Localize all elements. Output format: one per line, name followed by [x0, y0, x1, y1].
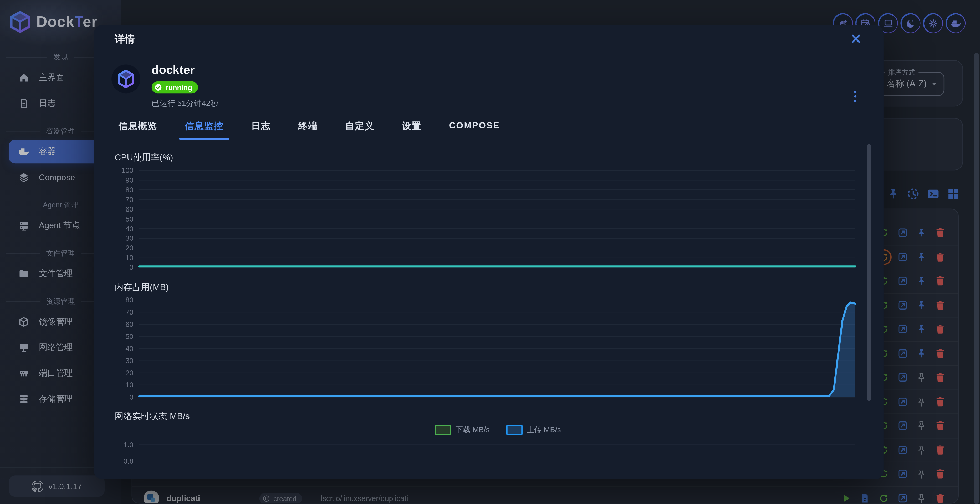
legend-swatch: [506, 425, 522, 436]
memory-chart-title: 内存占用(MB): [115, 282, 169, 293]
svg-text:70: 70: [126, 196, 133, 204]
kebab-menu-icon[interactable]: [850, 90, 861, 103]
svg-text:100: 100: [121, 166, 134, 175]
svg-text:80: 80: [126, 296, 133, 304]
network-chart-title: 网络实时状态 MB/s: [115, 411, 190, 422]
legend-swatch: [435, 425, 451, 436]
svg-text:40: 40: [126, 225, 133, 233]
modal-title: 详情: [115, 33, 135, 46]
tab-自定义[interactable]: 自定义: [340, 116, 380, 140]
svg-text:50: 50: [126, 332, 133, 340]
network-chart: 1.00.8: [111, 437, 861, 479]
svg-text:10: 10: [126, 381, 133, 389]
svg-text:1.0: 1.0: [124, 441, 134, 449]
svg-text:20: 20: [126, 369, 133, 377]
svg-text:0: 0: [129, 263, 133, 272]
close-icon[interactable]: [850, 33, 862, 45]
svg-text:30: 30: [126, 356, 133, 365]
cpu-chart: 1009080706050403020100: [111, 163, 861, 277]
tab-日志[interactable]: 日志: [245, 116, 276, 140]
svg-text:0: 0: [129, 393, 133, 401]
container-details-modal: 详情 dockter running 已运行 51分钟42秒 信息概览信息监控日…: [94, 25, 883, 479]
svg-text:60: 60: [126, 320, 133, 329]
modal-scrollbar[interactable]: [867, 144, 871, 401]
svg-text:20: 20: [126, 244, 133, 252]
tab-信息概览[interactable]: 信息概览: [113, 116, 163, 140]
svg-text:90: 90: [126, 176, 133, 184]
legend-item: 下载 MB/s: [435, 425, 490, 436]
svg-text:0.8: 0.8: [124, 457, 134, 465]
svg-text:30: 30: [126, 234, 133, 243]
svg-text:80: 80: [126, 186, 133, 194]
tab-终端[interactable]: 终端: [293, 116, 323, 140]
dockter-logo-icon: [116, 70, 135, 89]
legend-item: 上传 MB/s: [506, 425, 561, 436]
svg-text:50: 50: [126, 215, 133, 223]
tab-设置[interactable]: 设置: [396, 116, 427, 140]
check-circle-icon: [154, 83, 162, 91]
memory-chart: 80706050403020100: [111, 293, 861, 407]
network-legend: 下载 MB/s上传 MB/s: [139, 425, 856, 436]
svg-text:10: 10: [126, 254, 133, 262]
modal-tabs: 信息概览信息监控日志终端自定义设置COMPOSE: [113, 116, 522, 140]
svg-text:70: 70: [126, 308, 133, 316]
svg-text:60: 60: [126, 205, 133, 213]
legend-label: 下载 MB/s: [455, 425, 490, 436]
running-badge: running: [152, 81, 198, 93]
container-avatar: [111, 65, 140, 94]
dockter-cube-icon: [116, 70, 135, 89]
cpu-chart-title: CPU使用率(%): [115, 152, 173, 164]
tab-信息监控[interactable]: 信息监控: [179, 116, 229, 140]
app-root: DockTer 发现主界面日志容器管理容器ComposeAgent 管理Agen…: [0, 0, 980, 504]
container-name: dockter: [152, 63, 195, 77]
uptime-label: 已运行 51分钟42秒: [152, 98, 218, 109]
tab-COMPOSE[interactable]: COMPOSE: [443, 116, 505, 140]
legend-label: 上传 MB/s: [527, 425, 561, 436]
svg-text:40: 40: [126, 345, 133, 353]
